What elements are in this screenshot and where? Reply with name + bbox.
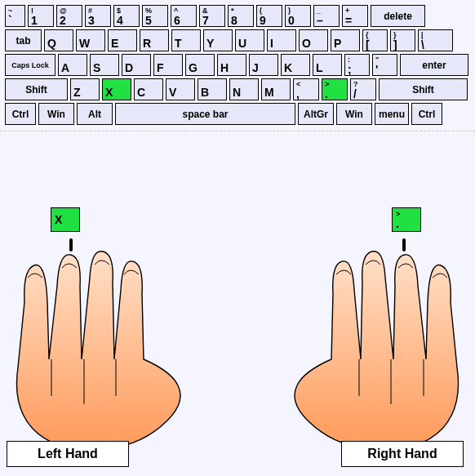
key-y[interactable]: Y bbox=[203, 29, 233, 51]
key-[interactable]: ~` bbox=[5, 5, 25, 27]
key-u[interactable]: U bbox=[235, 29, 264, 51]
key-6[interactable]: ^6 bbox=[171, 5, 197, 27]
key-alt[interactable]: Alt bbox=[77, 103, 113, 125]
key-q[interactable]: Q bbox=[44, 29, 73, 51]
key-4[interactable]: $4 bbox=[113, 5, 140, 27]
key-7[interactable]: &7 bbox=[199, 5, 225, 27]
key-g[interactable]: G bbox=[185, 54, 215, 76]
right-finger-hint: > . bbox=[392, 207, 421, 232]
key-menu[interactable]: menu bbox=[375, 103, 409, 125]
key-v[interactable]: V bbox=[166, 78, 195, 100]
key-[interactable]: }] bbox=[390, 29, 415, 51]
key-x[interactable]: X bbox=[102, 78, 131, 100]
key-f[interactable]: F bbox=[153, 54, 183, 76]
key-n[interactable]: N bbox=[229, 78, 259, 100]
key-d[interactable]: D bbox=[122, 54, 151, 76]
right-hand bbox=[287, 245, 475, 457]
key-b[interactable]: B bbox=[198, 78, 227, 100]
key-shift[interactable]: Shift bbox=[5, 78, 68, 100]
key-altgr[interactable]: AltGr bbox=[298, 103, 334, 125]
key-s[interactable]: S bbox=[90, 54, 119, 76]
key-j[interactable]: J bbox=[249, 54, 278, 76]
key-capslock[interactable]: Caps Lock bbox=[5, 54, 55, 76]
key-r[interactable]: R bbox=[140, 29, 169, 51]
key-[interactable]: ?/ bbox=[350, 78, 376, 100]
key-shift[interactable]: Shift bbox=[379, 78, 468, 100]
left-hand-label: Left Hand bbox=[7, 441, 129, 467]
left-finger-hint: X bbox=[51, 207, 80, 232]
key-0[interactable]: )0 bbox=[285, 5, 311, 27]
hint-bot: . bbox=[396, 218, 420, 229]
key-[interactable]: += bbox=[342, 5, 368, 27]
key-9[interactable]: (9 bbox=[256, 5, 282, 27]
key-win[interactable]: Win bbox=[336, 103, 372, 125]
left-hand bbox=[0, 245, 188, 457]
key-win[interactable]: Win bbox=[38, 103, 74, 125]
key-row-4: ShiftZXCVBNM<,>.?/Shift bbox=[5, 78, 470, 100]
key-1[interactable]: !1 bbox=[28, 5, 54, 27]
right-hand-label: Right Hand bbox=[341, 441, 464, 467]
key-[interactable]: |\ bbox=[418, 29, 453, 51]
key-h[interactable]: H bbox=[217, 54, 246, 76]
hint-top: > bbox=[396, 211, 420, 218]
key-w[interactable]: W bbox=[76, 29, 105, 51]
key-spacebar[interactable]: space bar bbox=[115, 103, 295, 125]
key-m[interactable]: M bbox=[261, 78, 291, 100]
key-c[interactable]: C bbox=[134, 78, 163, 100]
key-e[interactable]: E bbox=[108, 29, 137, 51]
key-o[interactable]: O bbox=[299, 29, 328, 51]
key-[interactable]: _– bbox=[313, 5, 340, 27]
hint-bot: X bbox=[55, 214, 79, 225]
key-[interactable]: >. bbox=[322, 78, 348, 100]
key-t[interactable]: T bbox=[171, 29, 201, 51]
key-p[interactable]: P bbox=[331, 29, 360, 51]
key-2[interactable]: @2 bbox=[56, 5, 82, 27]
key-a[interactable]: A bbox=[58, 54, 87, 76]
hands-area: X > . Left Hand Right Hand bbox=[0, 196, 475, 465]
key-8[interactable]: *8 bbox=[228, 5, 254, 27]
key-l[interactable]: L bbox=[313, 54, 342, 76]
key-z[interactable]: Z bbox=[70, 78, 100, 100]
key-enter[interactable]: enter bbox=[400, 54, 468, 76]
key-row-5: CtrlWinAltspace barAltGrWinmenuCtrl bbox=[5, 103, 470, 125]
key-5[interactable]: %5 bbox=[142, 5, 168, 27]
key-ctrl[interactable]: Ctrl bbox=[411, 103, 442, 125]
key-row-3: Caps LockASDFGHJKL:;"'enter bbox=[5, 54, 470, 76]
key-i[interactable]: I bbox=[267, 29, 296, 51]
key-[interactable]: :; bbox=[344, 54, 370, 76]
key-[interactable]: {[ bbox=[362, 29, 388, 51]
key-row-1: ~`!1@2#3$4%5^6&7*8(9)0_–+=delete bbox=[5, 5, 470, 27]
key-ctrl[interactable]: Ctrl bbox=[5, 103, 36, 125]
key-row-2: tabQWERTYUIOP{[}]|\ bbox=[5, 29, 470, 51]
key-[interactable]: "' bbox=[372, 54, 397, 76]
key-k[interactable]: K bbox=[281, 54, 310, 76]
keyboard: ~`!1@2#3$4%5^6&7*8(9)0_–+=delete tabQWER… bbox=[0, 0, 475, 131]
key-3[interactable]: #3 bbox=[85, 5, 111, 27]
key-delete[interactable]: delete bbox=[371, 5, 425, 27]
key-tab[interactable]: tab bbox=[5, 29, 42, 51]
key-[interactable]: <, bbox=[293, 78, 319, 100]
